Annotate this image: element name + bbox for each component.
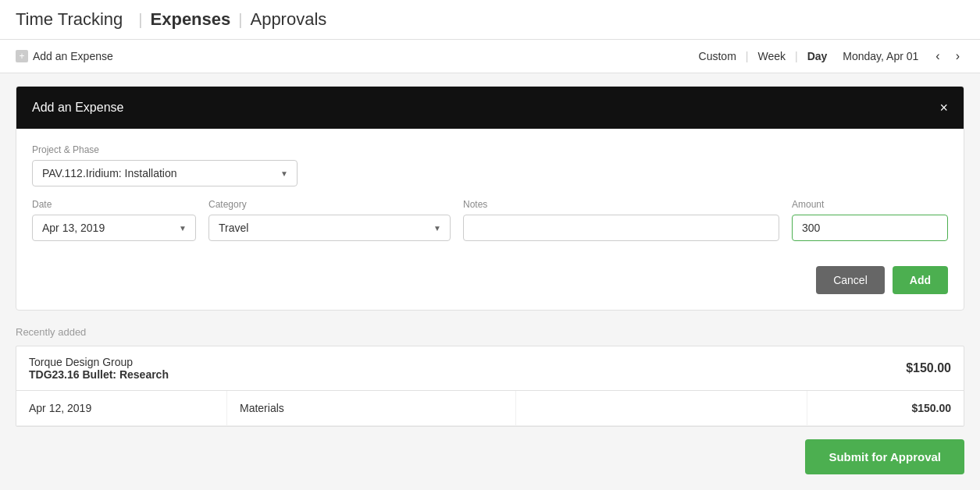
nav-sep-2: | <box>238 11 242 29</box>
add-button[interactable]: Add <box>893 266 948 294</box>
project-phase-group: Project & Phase PAV.112.Iridium: Install… <box>32 144 948 186</box>
nav-approvals[interactable]: Approvals <box>250 9 326 30</box>
notes-group: Notes <box>463 199 779 241</box>
project-phase-label: Project & Phase <box>32 144 948 155</box>
expense-row: Apr 12, 2019 Materials $150.00 <box>16 391 964 426</box>
project-name: TDG23.16 Bullet: Research <box>29 368 169 381</box>
plus-icon: + <box>16 50 28 62</box>
date-select-wrapper[interactable]: Apr 13, 2019 <box>32 215 196 241</box>
form-body: Project & Phase PAV.112.Iridium: Install… <box>16 129 964 310</box>
nav-time-tracking[interactable]: Time Tracking <box>16 9 123 30</box>
client-name: Torque Design Group <box>29 356 169 368</box>
nav-sep-1: | <box>138 11 142 29</box>
amount-label: Amount <box>792 199 948 210</box>
amount-input[interactable] <box>792 215 948 241</box>
view-day[interactable]: Day <box>807 50 828 62</box>
expense-group-info: Torque Design Group TDG23.16 Bullet: Res… <box>29 356 169 381</box>
form-actions: Cancel Add <box>32 266 948 294</box>
expense-notes <box>516 391 807 425</box>
notes-label: Notes <box>463 199 779 210</box>
group-total: $150.00 <box>906 361 951 375</box>
expense-form-container: Add an Expense × Project & Phase PAV.112… <box>16 86 964 311</box>
date-sep-2: | <box>795 50 798 62</box>
date-sep-1: | <box>746 50 749 62</box>
category-select[interactable]: Travel <box>208 215 451 241</box>
category-label: Category <box>208 199 451 210</box>
nav-expenses[interactable]: Expenses <box>151 9 231 30</box>
form-details-row: Date Apr 13, 2019 Category Travel <box>32 199 948 254</box>
expense-date: Apr 12, 2019 <box>16 391 227 425</box>
submit-area: Submit for Approval <box>16 439 964 474</box>
date-label: Date <box>32 199 196 210</box>
date-navigation: Custom | Week | Day Monday, Apr 01 ‹ › <box>699 48 964 65</box>
main-content: Add an Expense × Project & Phase PAV.112… <box>0 86 980 490</box>
toolbar: + Add an Expense Custom | Week | Day Mon… <box>0 40 980 73</box>
category-select-wrapper[interactable]: Travel <box>208 215 451 241</box>
recently-added-section: Recently added Torque Design Group TDG23… <box>16 326 964 427</box>
recently-added-label: Recently added <box>16 326 964 338</box>
category-group: Category Travel <box>208 199 451 241</box>
expense-amount: $150.00 <box>807 391 964 425</box>
form-title: Add an Expense <box>32 101 123 115</box>
next-date-button[interactable]: › <box>951 48 964 65</box>
date-select[interactable]: Apr 13, 2019 <box>32 215 196 241</box>
date-display: Monday, Apr 01 <box>843 50 918 62</box>
top-navigation: Time Tracking | Expenses | Approvals <box>0 0 980 40</box>
project-select[interactable]: PAV.112.Iridium: Installation <box>32 160 298 186</box>
submit-approval-button[interactable]: Submit for Approval <box>805 439 964 474</box>
project-select-wrapper[interactable]: PAV.112.Iridium: Installation <box>32 160 298 186</box>
expense-category: Materials <box>227 391 516 425</box>
view-week[interactable]: Week <box>757 50 786 62</box>
cancel-button[interactable]: Cancel <box>816 266 885 294</box>
add-expense-label: Add an Expense <box>33 50 113 62</box>
close-button[interactable]: × <box>939 101 948 115</box>
view-custom[interactable]: Custom <box>699 50 736 62</box>
notes-input[interactable] <box>463 215 779 241</box>
prev-date-button[interactable]: ‹ <box>931 48 944 65</box>
form-header: Add an Expense × <box>16 87 964 129</box>
expense-group-header: Torque Design Group TDG23.16 Bullet: Res… <box>16 346 964 391</box>
amount-group: Amount <box>792 199 948 241</box>
add-expense-button[interactable]: + Add an Expense <box>16 50 113 62</box>
expense-group: Torque Design Group TDG23.16 Bullet: Res… <box>16 346 964 427</box>
date-group: Date Apr 13, 2019 <box>32 199 196 241</box>
